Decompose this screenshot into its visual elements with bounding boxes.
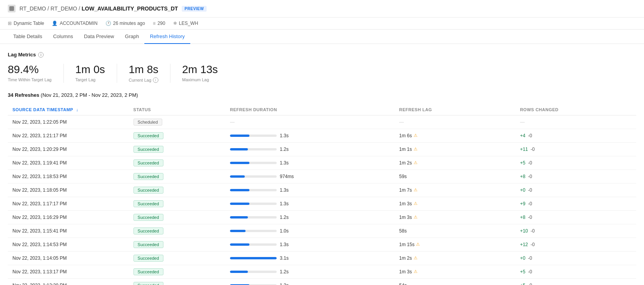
cell-duration: 974ms — [225, 170, 395, 183]
lag-value: 54s — [399, 283, 511, 285]
cell-status: Succeeded — [129, 238, 225, 251]
cell-rows-changed: +5 -0 — [515, 156, 636, 170]
rows-label: 290 — [158, 21, 165, 26]
metrics-row: 89.4% Time Within Target Lag 1m 0s Targe… — [8, 64, 636, 83]
db-icon — [8, 5, 16, 12]
rows-changed: +8 -0 — [520, 174, 532, 179]
cell-duration: 1.3s — [225, 129, 395, 142]
duration-value: 3.1s — [280, 255, 289, 261]
cell-status: Succeeded — [129, 278, 225, 285]
rows-minus: -0 — [528, 174, 532, 179]
rows-minus: -0 — [528, 201, 532, 206]
svg-rect-0 — [9, 6, 14, 11]
col-header-lag: REFRESH LAG — [395, 104, 516, 115]
cell-status: Succeeded — [129, 265, 225, 278]
meta-row: ⊞ Dynamic Table 👤 ACCOUNTADMIN 🕐 26 minu… — [0, 17, 644, 30]
rows-plus: +5 — [520, 269, 525, 275]
lag-value: 59s — [399, 174, 511, 179]
info-icon[interactable]: i — [38, 52, 44, 58]
cell-status: Succeeded — [129, 224, 225, 238]
duration-value: 1.3s — [280, 201, 289, 206]
col-header-status: STATUS — [129, 104, 225, 115]
time-label: 26 minutes ago — [113, 21, 145, 26]
cell-status: Succeeded — [129, 197, 225, 210]
status-badge: Succeeded — [133, 187, 163, 194]
tab-columns[interactable]: Columns — [47, 30, 78, 44]
rows-icon: ≡ — [153, 21, 156, 26]
tab-data-preview[interactable]: Data Preview — [79, 30, 119, 44]
tab-refresh-history[interactable]: Refresh History — [144, 30, 190, 44]
cell-rows-changed: +10 -0 — [515, 224, 636, 238]
rows-plus: +0 — [520, 187, 525, 193]
duration-value: 1.2s — [280, 215, 289, 220]
warning-icon: ⚠ — [414, 201, 418, 206]
breadcrumb-prefix: RT_DEMO / RT_DEMO / — [19, 5, 82, 12]
table-row: Nov 22, 2023, 1:17:17 PMSucceeded1.3s1m … — [8, 197, 636, 210]
cell-status: Succeeded — [129, 251, 225, 265]
meta-time: 🕐 26 minutes ago — [105, 21, 145, 26]
status-badge: Succeeded — [133, 227, 163, 234]
rows-plus: +0 — [520, 255, 525, 261]
cell-rows-changed: — — [515, 115, 636, 129]
warning-icon: ⚠ — [414, 187, 418, 192]
meta-type: ⊞ Dynamic Table — [8, 21, 44, 26]
col-header-timestamp[interactable]: SOURCE DATA TIMESTAMP ↓ — [8, 104, 129, 115]
rows-minus: -0 — [528, 215, 532, 220]
cell-duration: — — [225, 115, 395, 129]
cell-timestamp: Nov 22, 2023, 1:18:05 PM — [8, 183, 129, 197]
lag-value: 1m 2s⚠ — [399, 255, 511, 261]
current-lag-info-icon[interactable]: i — [153, 77, 158, 83]
duration-value: 1.3s — [280, 160, 289, 166]
col-header-rows: ROWS CHANGED — [515, 104, 636, 115]
rows-minus: -0 — [528, 160, 532, 166]
cell-duration: 1.3s — [225, 238, 395, 251]
rows-changed: +5 -0 — [520, 160, 532, 166]
refresh-table: SOURCE DATA TIMESTAMP ↓ STATUS REFRESH D… — [8, 104, 636, 285]
rows-plus: +10 — [520, 228, 528, 234]
table-row: Nov 22, 2023, 1:12:29 PMSucceeded1.3s54s… — [8, 278, 636, 285]
warning-icon: ⚠ — [414, 147, 418, 152]
rows-minus: -0 — [530, 147, 535, 152]
tab-table-details[interactable]: Table Details — [8, 30, 47, 44]
cell-rows-changed: +9 -0 — [515, 197, 636, 210]
cell-lag: 1m 3s⚠ — [395, 197, 516, 210]
rows-minus: -0 — [530, 242, 535, 247]
cell-timestamp: Nov 22, 2023, 1:20:29 PM — [8, 142, 129, 156]
cell-timestamp: Nov 22, 2023, 1:15:41 PM — [8, 224, 129, 238]
cell-rows-changed: +11 -0 — [515, 142, 636, 156]
rows-plus: +8 — [520, 174, 525, 179]
lag-value: 1m 3s⚠ — [399, 201, 511, 206]
metric-value-max: 2m 13s — [182, 64, 218, 76]
lag-metrics-title: Lag Metrics i — [8, 52, 636, 58]
metric-current-lag: 1m 8s Current Lag i — [129, 64, 170, 83]
cell-lag: 1m 1s⚠ — [395, 142, 516, 156]
table-row: Nov 22, 2023, 1:22:05 PMScheduled——— — [8, 115, 636, 129]
table-row: Nov 22, 2023, 1:14:53 PMSucceeded1.3s1m … — [8, 238, 636, 251]
metric-time-within: 89.4% Time Within Target Lag — [8, 64, 64, 83]
lag-value: 1m 6s⚠ — [399, 133, 511, 138]
rows-changed: +4 -0 — [520, 133, 532, 138]
lag-value: 1m 2s⚠ — [399, 160, 511, 166]
status-badge: Succeeded — [133, 159, 163, 166]
cell-duration: 1.3s — [225, 183, 395, 197]
refresh-range-text: (Nov 21, 2023, 2 PM - Nov 22, 2023, 2 PM… — [41, 92, 138, 98]
wh-icon: ❄ — [173, 21, 177, 26]
status-badge: Succeeded — [133, 214, 163, 221]
cell-status: Succeeded — [129, 142, 225, 156]
table-row: Nov 22, 2023, 1:15:41 PMSucceeded1.0s58s… — [8, 224, 636, 238]
rows-minus: -0 — [528, 133, 532, 138]
rows-changed: +5 -0 — [520, 269, 532, 275]
cell-lag: 54s — [395, 278, 516, 285]
duration-value: 1.0s — [280, 228, 289, 234]
cell-duration: 1.3s — [225, 278, 395, 285]
status-badge: Succeeded — [133, 146, 163, 153]
tab-graph[interactable]: Graph — [119, 30, 144, 44]
table-row: Nov 22, 2023, 1:19:41 PMSucceeded1.3s1m … — [8, 156, 636, 170]
cell-lag: 1m 7s⚠ — [395, 183, 516, 197]
status-badge: Succeeded — [133, 241, 163, 248]
metric-label-target: Target Lag — [75, 77, 105, 82]
table-row: Nov 22, 2023, 1:21:17 PMSucceeded1.3s1m … — [8, 129, 636, 142]
cell-lag: 1m 2s⚠ — [395, 156, 516, 170]
duration-value: 974ms — [280, 174, 294, 179]
rows-minus: -0 — [528, 255, 532, 261]
